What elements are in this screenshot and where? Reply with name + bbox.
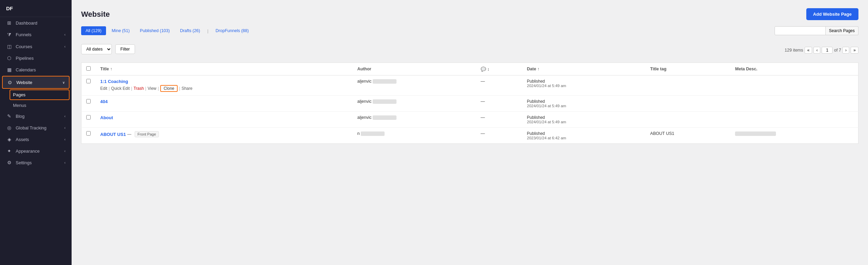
row2-comments-cell: — bbox=[476, 96, 522, 112]
col-author: Author bbox=[353, 63, 476, 75]
row1-quick-edit-link[interactable]: Quick Edit bbox=[111, 86, 130, 91]
courses-chevron: ‹ bbox=[64, 45, 65, 48]
dashboard-icon: ⊞ bbox=[6, 20, 12, 26]
prev-page-button[interactable]: ‹ bbox=[813, 47, 820, 54]
row2-title-cell: 404 bbox=[95, 96, 353, 112]
row3-comments-cell: — bbox=[476, 112, 522, 128]
row1-checkbox[interactable] bbox=[86, 79, 91, 83]
row1-comments-cell: — bbox=[476, 75, 522, 96]
global-tracking-icon: ◎ bbox=[6, 125, 12, 130]
sidebar: DF ⊞ Dashboard ⧩ Funnels ‹ ◫ Courses ‹ ⬡… bbox=[0, 0, 72, 265]
row3-status: Published bbox=[527, 115, 641, 120]
row4-comments: — bbox=[481, 131, 485, 136]
search-input[interactable] bbox=[775, 26, 826, 35]
tab-dropfunnels[interactable]: DropFunnels (88) bbox=[211, 26, 253, 35]
sidebar-item-courses[interactable]: ◫ Courses ‹ bbox=[0, 41, 72, 52]
row1-clone-button[interactable]: Clone bbox=[160, 85, 178, 92]
tabs-row: All (129) Mine (51) Published (103) Draf… bbox=[81, 26, 253, 35]
sidebar-label-menus: Menus bbox=[13, 103, 26, 108]
row1-status: Published bbox=[527, 79, 641, 84]
row4-date-cell: Published 2023/01/24 at 6:42 am bbox=[522, 128, 646, 144]
search-pages-button[interactable]: Search Pages bbox=[826, 26, 858, 35]
col-date: Date ↑ bbox=[522, 63, 646, 75]
page-number-input[interactable] bbox=[822, 47, 833, 54]
sidebar-item-settings[interactable]: ⚙ Settings ‹ bbox=[0, 157, 72, 168]
row1-author-blur bbox=[373, 79, 396, 84]
front-page-badge: Front Page bbox=[135, 131, 159, 137]
row3-author-cell: aljenvic bbox=[353, 112, 476, 128]
last-page-button[interactable]: » bbox=[851, 47, 858, 54]
sidebar-item-assets[interactable]: ◈ Assets ‹ bbox=[0, 134, 72, 145]
row4-comments-cell: — bbox=[476, 128, 522, 144]
next-page-button[interactable]: › bbox=[842, 47, 849, 54]
sidebar-sub-item-pages[interactable]: Pages bbox=[10, 89, 70, 100]
row4-meta-desc-blur bbox=[735, 131, 776, 136]
row4-author-cell: n bbox=[353, 128, 476, 144]
sidebar-item-website[interactable]: ⊙ Website ∨ bbox=[2, 76, 70, 89]
first-page-button[interactable]: « bbox=[805, 47, 812, 54]
sidebar-item-pipelines[interactable]: ⬡ Pipelines bbox=[0, 52, 72, 64]
row2-checkbox-cell bbox=[81, 96, 96, 112]
row4-title-link[interactable]: ABOUT US1 bbox=[100, 132, 126, 137]
sidebar-item-funnels[interactable]: ⧩ Funnels ‹ bbox=[0, 29, 72, 41]
row1-date-cell: Published 2024/01/24 at 5:49 am bbox=[522, 75, 646, 96]
row1-actions: Edit | Quick Edit | Trash | View | Clone… bbox=[100, 85, 348, 92]
row1-edit-link[interactable]: Edit bbox=[100, 86, 107, 91]
row3-author-prefix: aljenvic bbox=[357, 115, 372, 120]
row4-checkbox[interactable] bbox=[86, 131, 91, 136]
row3-comments: — bbox=[481, 115, 485, 120]
row1-trash-link[interactable]: Trash bbox=[134, 86, 144, 91]
filter-button[interactable]: Filter bbox=[115, 44, 135, 54]
sidebar-label-website: Website bbox=[16, 80, 32, 85]
sidebar-item-dashboard[interactable]: ⊞ Dashboard bbox=[0, 17, 72, 29]
col-title: Title ↑ bbox=[95, 63, 353, 75]
col-title-tag: Title tag bbox=[645, 63, 730, 75]
content-area: Website Add Website Page All (129) Mine … bbox=[72, 0, 868, 265]
sidebar-item-blog[interactable]: ✎ Blog ‹ bbox=[0, 110, 72, 122]
row2-checkbox[interactable] bbox=[86, 99, 91, 103]
row2-meta-desc-cell bbox=[730, 96, 858, 112]
settings-icon: ⚙ bbox=[6, 160, 12, 165]
row4-subtitle: — bbox=[127, 132, 131, 137]
sidebar-item-global-tracking[interactable]: ◎ Global Tracking ‹ bbox=[0, 122, 72, 134]
assets-chevron: ‹ bbox=[64, 138, 65, 141]
logo-icon: DF bbox=[6, 5, 13, 11]
tab-all[interactable]: All (129) bbox=[81, 26, 106, 35]
page-title: Website bbox=[81, 10, 110, 19]
row2-title-link[interactable]: 404 bbox=[100, 99, 108, 104]
website-chevron: ∨ bbox=[62, 81, 65, 84]
sidebar-item-calendars[interactable]: ▦ Calendars bbox=[0, 64, 72, 75]
total-items: 129 items bbox=[785, 48, 803, 53]
table-row: ABOUT US1 — Front Page n — Published bbox=[81, 128, 858, 144]
sidebar-sub-item-menus[interactable]: Menus bbox=[0, 100, 72, 110]
appearance-icon: ✦ bbox=[6, 148, 12, 154]
select-all-checkbox[interactable] bbox=[86, 66, 91, 71]
row1-title-link[interactable]: 1:1 Coaching bbox=[100, 79, 128, 84]
row3-checkbox-cell bbox=[81, 112, 96, 128]
row3-title-link[interactable]: About bbox=[100, 115, 113, 120]
tab-published[interactable]: Published (103) bbox=[135, 26, 174, 35]
assets-icon: ◈ bbox=[6, 137, 12, 142]
tab-drafts[interactable]: Drafts (26) bbox=[176, 26, 205, 35]
row3-title-cell: About bbox=[95, 112, 353, 128]
row1-comments: — bbox=[481, 79, 485, 84]
sidebar-item-appearance[interactable]: ✦ Appearance ‹ bbox=[0, 145, 72, 157]
sidebar-label-pages: Pages bbox=[13, 92, 26, 97]
row2-title-tag-cell bbox=[645, 96, 730, 112]
tab-mine[interactable]: Mine (51) bbox=[107, 26, 134, 35]
sidebar-label-blog: Blog bbox=[16, 114, 25, 119]
row4-date: 2023/01/24 at 6:42 am bbox=[527, 136, 641, 140]
col-comments: 💬 ↕ bbox=[476, 63, 522, 75]
settings-chevron: ‹ bbox=[64, 161, 65, 165]
add-website-page-button[interactable]: Add Website Page bbox=[806, 8, 858, 20]
dates-filter[interactable]: All dates bbox=[81, 44, 112, 54]
row1-author-prefix: aljenvic bbox=[357, 79, 372, 84]
row3-date-cell: Published 2024/01/24 at 5:49 am bbox=[522, 112, 646, 128]
row2-date: 2024/01/24 at 5:49 am bbox=[527, 104, 641, 108]
row3-checkbox[interactable] bbox=[86, 115, 91, 120]
blog-chevron: ‹ bbox=[64, 114, 65, 118]
row1-share-link[interactable]: Share bbox=[181, 86, 192, 91]
pagination-row: 129 items « ‹ of 7 › » bbox=[785, 47, 858, 54]
funnels-chevron: ‹ bbox=[64, 33, 65, 37]
row1-view-link[interactable]: View bbox=[148, 86, 156, 91]
